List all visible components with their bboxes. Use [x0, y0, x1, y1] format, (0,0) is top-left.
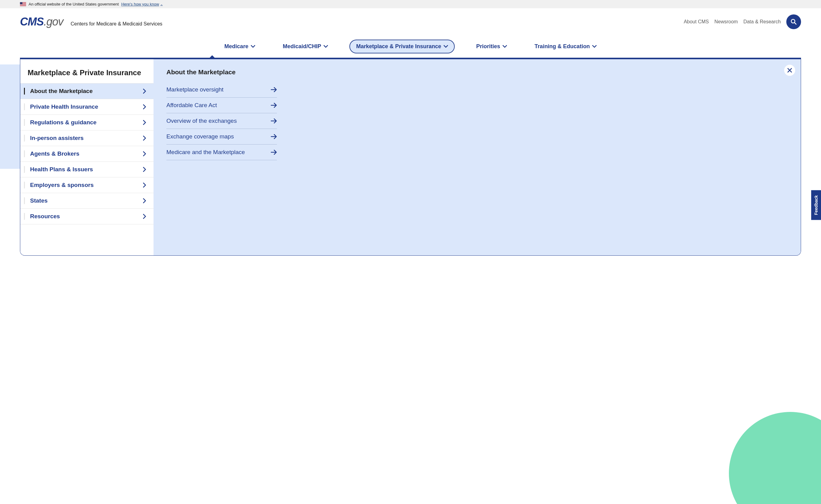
background-left-shape: [0, 64, 20, 169]
mega-left-label: Agents & Brokers: [28, 150, 80, 157]
chevron-down-icon: ⌄: [160, 2, 163, 6]
chevron-down-icon: [324, 45, 328, 48]
header-link-newsroom[interactable]: Newsroom: [714, 19, 738, 25]
chevron-right-icon: [143, 120, 146, 125]
arrow-right-icon: [271, 118, 277, 123]
header-link-about-cms[interactable]: About CMS: [684, 19, 709, 25]
logo-cms-text: CMS: [20, 15, 44, 28]
arrow-right-icon: [271, 103, 277, 108]
nav-active-arrow-indicator: [209, 55, 215, 58]
mega-right-item-affordable-care-act[interactable]: Affordable Care Act: [166, 98, 277, 113]
nav-item-marketplace[interactable]: Marketplace & Private Insurance: [349, 40, 455, 53]
header-right: About CMS Newsroom Data & Research: [684, 14, 801, 29]
mega-menu-right-panel: About the Marketplace Marketplace oversi…: [154, 59, 801, 255]
nav-item-training-education[interactable]: Training & Education: [528, 40, 603, 53]
us-flag-icon: [20, 2, 26, 6]
mega-left-label: Regulations & guidance: [28, 119, 96, 126]
search-icon: [791, 19, 797, 25]
mega-left-item-about-marketplace[interactable]: About the Marketplace: [20, 83, 154, 99]
chevron-down-icon: [592, 45, 597, 48]
nav-item-medicare[interactable]: Medicare: [218, 40, 261, 53]
chevron-right-icon: [143, 151, 146, 156]
chevron-right-icon: [143, 183, 146, 188]
mega-right-label: Exchange coverage maps: [166, 133, 234, 140]
mega-menu: Marketplace & Private Insurance About th…: [20, 59, 801, 256]
mega-left-item-in-person-assisters[interactable]: In-person assisters: [20, 130, 154, 146]
chevron-right-icon: [143, 136, 146, 141]
nav-item-label: Priorities: [476, 43, 500, 50]
mega-right-item-medicare-marketplace[interactable]: Medicare and the Marketplace: [166, 145, 277, 160]
mega-menu-left-panel: Marketplace & Private Insurance About th…: [20, 59, 154, 255]
mega-right-label: Marketplace oversight: [166, 86, 224, 93]
chevron-down-icon: [251, 45, 255, 48]
chevron-right-icon: [143, 214, 146, 219]
mega-left-item-employers-sponsors[interactable]: Employers & sponsors: [20, 177, 154, 193]
feedback-tab[interactable]: Feedback: [811, 190, 821, 220]
mega-left-item-regulations[interactable]: Regulations & guidance: [20, 114, 154, 130]
svg-line-1: [795, 23, 796, 24]
nav-item-label: Marketplace & Private Insurance: [356, 43, 441, 50]
mega-left-item-private-health-insurance[interactable]: Private Health Insurance: [20, 99, 154, 114]
arrow-right-icon: [271, 87, 277, 92]
chevron-down-icon: [444, 45, 448, 48]
mega-left-label: In-person assisters: [28, 135, 84, 142]
mega-right-item-exchange-coverage-maps[interactable]: Exchange coverage maps: [166, 129, 277, 145]
mega-left-label: Employers & sponsors: [28, 182, 94, 188]
close-icon: [787, 68, 792, 73]
gov-banner-text: An official website of the United States…: [29, 2, 119, 6]
chevron-right-icon: [143, 89, 146, 94]
mega-left-item-resources[interactable]: Resources: [20, 208, 154, 224]
mega-left-label: About the Marketplace: [28, 88, 93, 95]
nav-item-medicaid-chip[interactable]: Medicaid/CHIP: [277, 40, 334, 53]
nav-item-label: Medicaid/CHIP: [283, 43, 321, 50]
chevron-right-icon: [143, 167, 146, 172]
mega-right-label: Overview of the exchanges: [166, 118, 237, 124]
chevron-down-icon: [503, 45, 507, 48]
arrow-right-icon: [271, 150, 277, 155]
mega-right-title: About the Marketplace: [166, 68, 788, 76]
mega-right-item-overview-exchanges[interactable]: Overview of the exchanges: [166, 113, 277, 129]
chevron-right-icon: [143, 198, 146, 203]
mega-right-item-marketplace-oversight[interactable]: Marketplace oversight: [166, 82, 277, 98]
mega-left-label: Resources: [28, 213, 60, 220]
search-button[interactable]: [786, 14, 801, 29]
nav-item-priorities[interactable]: Priorities: [470, 40, 513, 53]
nav-item-label: Training & Education: [535, 43, 590, 50]
gov-banner-link-label: Here's how you know: [121, 2, 159, 6]
chevron-right-icon: [143, 104, 146, 109]
cms-logo[interactable]: CMS .gov: [20, 15, 63, 28]
mega-left-item-agents-brokers[interactable]: Agents & Brokers: [20, 146, 154, 161]
close-button[interactable]: [784, 65, 795, 76]
mega-left-label: Health Plans & Issuers: [28, 166, 93, 173]
logo-gov-text: .gov: [44, 15, 63, 28]
mega-left-label: States: [28, 197, 48, 204]
mega-menu-title: Marketplace & Private Insurance: [20, 59, 154, 83]
gov-banner: An official website of the United States…: [0, 0, 821, 8]
gov-banner-how-you-know-link[interactable]: Here's how you know ⌄: [121, 2, 163, 6]
arrow-right-icon: [271, 134, 277, 139]
mega-right-label: Affordable Care Act: [166, 102, 217, 109]
logo-subtitle: Centers for Medicare & Medicaid Services: [71, 21, 162, 27]
mega-left-item-health-plans-issuers[interactable]: Health Plans & Issuers: [20, 161, 154, 177]
header-left: CMS .gov Centers for Medicare & Medicaid…: [20, 15, 162, 28]
mega-left-item-states[interactable]: States: [20, 193, 154, 208]
mega-left-label: Private Health Insurance: [28, 103, 98, 110]
mega-right-label: Medicare and the Marketplace: [166, 149, 245, 156]
header-link-data-research[interactable]: Data & Research: [743, 19, 781, 25]
header: CMS .gov Centers for Medicare & Medicaid…: [0, 8, 821, 35]
nav-item-label: Medicare: [224, 43, 248, 50]
main-nav: Medicare Medicaid/CHIP Marketplace & Pri…: [0, 35, 821, 58]
